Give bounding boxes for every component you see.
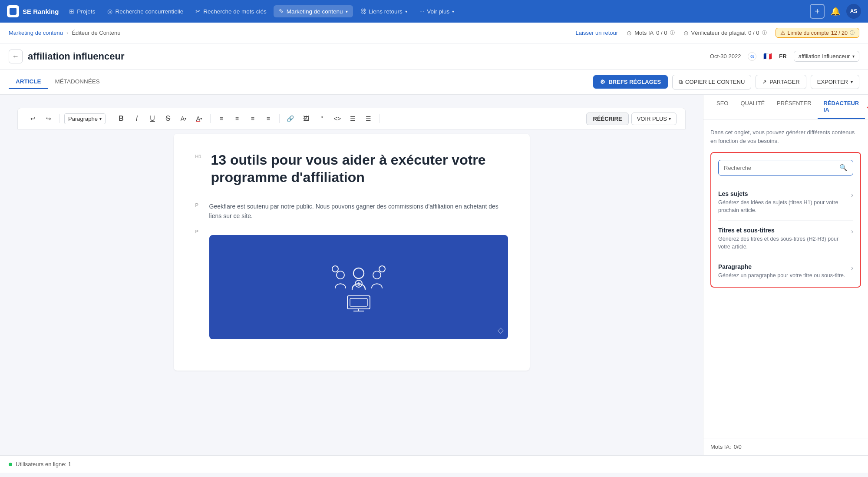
brefs-reglages-button[interactable]: ⚙ BREFS RÉGLAGES bbox=[593, 75, 668, 89]
keyword-value: affiliation influenceur bbox=[799, 53, 850, 60]
limite-info-icon[interactable]: ⓘ bbox=[850, 30, 855, 36]
mots-cles-icon: ✂ bbox=[195, 8, 201, 15]
editor-document[interactable]: H1 13 outils pour vous aider à exécuter … bbox=[174, 134, 530, 371]
code-button[interactable]: <> bbox=[331, 112, 344, 125]
editor-area: ↩ ↪ Paragraphe ▾ B I U S A ▾ A ▾ ≡ ≡ ≡ bbox=[0, 95, 703, 455]
mots-ia-footer-value: 0/0 bbox=[734, 444, 742, 450]
paragraphe-desc: Générez un paragraphe pour votre titre o… bbox=[718, 272, 845, 280]
sidebar-tab-seo[interactable]: SEO bbox=[710, 95, 734, 119]
toolbar-separator-1 bbox=[59, 114, 60, 123]
titres-desc: Générez des titres et des sous-titres (H… bbox=[718, 235, 851, 251]
plagiat-info-icon[interactable]: ⓘ bbox=[762, 30, 767, 36]
article-image[interactable]: $ bbox=[209, 235, 508, 339]
status-dot-icon bbox=[9, 463, 12, 466]
google-icon: G bbox=[748, 52, 756, 61]
chevron-down-icon-voir: ▾ bbox=[452, 9, 454, 14]
sidebar-search[interactable]: 🔍 bbox=[718, 160, 853, 176]
sidebar-tab-qualite[interactable]: QUALITÉ bbox=[734, 95, 771, 119]
titres-arrow-icon: › bbox=[851, 227, 853, 235]
nav-item-recherche-mots-cles[interactable]: ✂ Recherche de mots-clés bbox=[190, 5, 272, 17]
voir-plus-button[interactable]: VOIR PLUS ▾ bbox=[631, 113, 677, 125]
align-justify-button[interactable]: ≡ bbox=[262, 112, 275, 125]
plus-icon: + bbox=[815, 7, 820, 17]
action-bar: ARTICLE MÉTADONNÉES ⚙ BREFS RÉGLAGES ⧉ C… bbox=[0, 70, 868, 95]
article-heading[interactable]: 13 outils pour vous aider à exécuter vot… bbox=[211, 151, 508, 186]
user-avatar[interactable]: AS bbox=[846, 4, 861, 19]
marketing-icon: ✎ bbox=[279, 8, 284, 15]
nav-item-marketing-contenu[interactable]: ✎ Marketing de contenu ▾ bbox=[274, 5, 353, 17]
bold-button[interactable]: B bbox=[115, 112, 128, 125]
paragraph-1-text[interactable]: Geekflare est soutenu par notre public. … bbox=[209, 202, 508, 221]
share-button[interactable]: ↗ PARTAGER bbox=[756, 75, 806, 89]
tab-metadonnees[interactable]: MÉTADONNÉES bbox=[48, 75, 107, 89]
align-right-button[interactable]: ≡ bbox=[246, 112, 259, 125]
red-arrow-icon: ← bbox=[865, 102, 868, 112]
p2-marker: P bbox=[195, 228, 204, 234]
app-name: SE Ranking bbox=[23, 8, 59, 15]
plagiat-value: 0 / 0 bbox=[748, 30, 759, 36]
limite-value: 12 / 20 bbox=[831, 30, 848, 36]
add-button[interactable]: + bbox=[810, 4, 825, 19]
search-icon[interactable]: 🔍 bbox=[834, 160, 853, 175]
bell-icon: 🔔 bbox=[831, 7, 840, 16]
quote-button[interactable]: " bbox=[315, 112, 328, 125]
text-color-button[interactable]: A ▾ bbox=[193, 112, 206, 125]
mots-ia-icon: ⊙ bbox=[627, 30, 632, 36]
projets-icon: ⊞ bbox=[69, 8, 74, 15]
editor-toolbar: ↩ ↪ Paragraphe ▾ B I U S A ▾ A ▾ ≡ ≡ ≡ bbox=[17, 108, 686, 129]
share-icon: ↗ bbox=[762, 79, 767, 85]
feedback-link[interactable]: Laisser un retour bbox=[576, 30, 618, 36]
app-logo[interactable]: SE Ranking bbox=[7, 5, 59, 17]
tab-article[interactable]: ARTICLE bbox=[9, 75, 48, 89]
mots-ia-info-icon[interactable]: ⓘ bbox=[670, 30, 675, 36]
strikethrough-button[interactable]: S bbox=[162, 112, 175, 125]
copy-content-button[interactable]: ⧉ COPIER LE CONTENU bbox=[672, 75, 751, 89]
nav-item-voir-plus[interactable]: ··· Voir plus ▾ bbox=[414, 5, 459, 17]
bullet-list-button[interactable]: ☰ bbox=[347, 112, 360, 125]
breadcrumb-current: Éditeur de Contenu bbox=[72, 30, 120, 36]
share-label: PARTAGER bbox=[769, 79, 799, 85]
notification-bell[interactable]: 🔔 bbox=[828, 4, 843, 19]
nav-label-voir-plus: Voir plus bbox=[427, 8, 449, 15]
mots-ia-counter: ⊙ Mots IA 0 / 0 ⓘ bbox=[627, 30, 674, 36]
redo-button[interactable]: ↪ bbox=[42, 112, 55, 125]
align-center-button[interactable]: ≡ bbox=[231, 112, 244, 125]
breadcrumb: Marketing de contenu › Éditeur de Conten… bbox=[9, 30, 120, 36]
mots-ia-value: 0 / 0 bbox=[656, 30, 667, 36]
nav-item-recherche-concurrentielle[interactable]: ◎ Recherche concurrentielle bbox=[102, 5, 188, 17]
search-input[interactable] bbox=[719, 161, 834, 175]
sidebar-tab-presenter[interactable]: PRÉSENTER bbox=[771, 95, 817, 119]
les-sujets-arrow-icon: › bbox=[851, 190, 853, 199]
underline-button[interactable]: U bbox=[146, 112, 159, 125]
svg-point-6 bbox=[379, 266, 385, 272]
export-button[interactable]: EXPORTER ▾ bbox=[811, 75, 859, 89]
italic-button[interactable]: I bbox=[130, 112, 143, 125]
toolbar-separator-4 bbox=[279, 114, 280, 123]
article-tabs: ARTICLE MÉTADONNÉES bbox=[9, 75, 107, 89]
nav-item-projets[interactable]: ⊞ Projets bbox=[64, 5, 100, 17]
breadcrumb-parent[interactable]: Marketing de contenu bbox=[9, 30, 63, 36]
paragraphe-section[interactable]: Paragraphe Générez un paragraphe pour vo… bbox=[718, 257, 853, 280]
paragraphe-content: Paragraphe Générez un paragraphe pour vo… bbox=[718, 263, 845, 280]
undo-button[interactable]: ↩ bbox=[26, 112, 40, 125]
chevron-down-icon-export: ▾ bbox=[851, 80, 853, 84]
titres-sous-titres-section[interactable]: Titres et sous-titres Générez des titres… bbox=[718, 221, 853, 257]
keyword-selector[interactable]: affiliation influenceur ▾ bbox=[794, 51, 859, 62]
paragraph-style-selector[interactable]: Paragraphe ▾ bbox=[64, 113, 106, 124]
nav-item-liens-retours[interactable]: ⛓ Liens retours ▾ bbox=[355, 5, 413, 17]
ordered-list-button[interactable]: ☰ bbox=[362, 112, 375, 125]
voir-plus-icon: ··· bbox=[419, 8, 425, 15]
chevron-down-icon-para: ▾ bbox=[99, 116, 102, 121]
back-button[interactable]: ← bbox=[9, 50, 23, 63]
rewrite-button[interactable]: RÉÉCRIRE bbox=[586, 113, 628, 125]
title-bar: ← affiliation influenceur Oct-30 2022 G … bbox=[0, 43, 868, 70]
les-sujets-section[interactable]: Les sujets Générez des idées de sujets (… bbox=[718, 184, 853, 221]
image-button[interactable]: 🖼 bbox=[300, 112, 313, 125]
document-date: Oct-30 2022 bbox=[710, 53, 741, 60]
copy-icon: ⧉ bbox=[679, 79, 683, 86]
sidebar-content: Dans cet onglet, vous pouvez générer dif… bbox=[703, 119, 868, 438]
sidebar-tab-redacteur-ia[interactable]: RÉDACTEUR IA bbox=[818, 95, 865, 119]
highlight-color-button[interactable]: A ▾ bbox=[177, 112, 190, 125]
align-left-button[interactable]: ≡ bbox=[215, 112, 228, 125]
link-button[interactable]: 🔗 bbox=[284, 112, 297, 125]
